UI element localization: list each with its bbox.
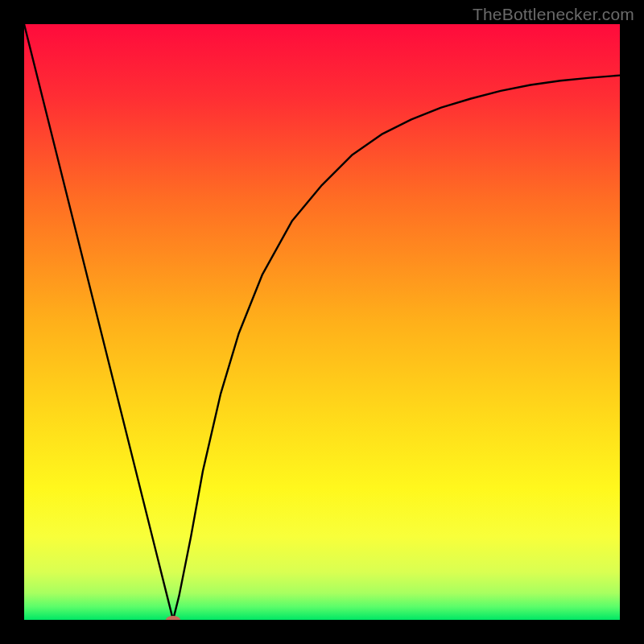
gradient-background [24,24,620,620]
chart-frame: TheBottlenecker.com [0,0,644,644]
watermark-text: TheBottlenecker.com [473,5,634,24]
bottleneck-chart-svg [24,24,620,620]
plot-area [24,24,620,620]
